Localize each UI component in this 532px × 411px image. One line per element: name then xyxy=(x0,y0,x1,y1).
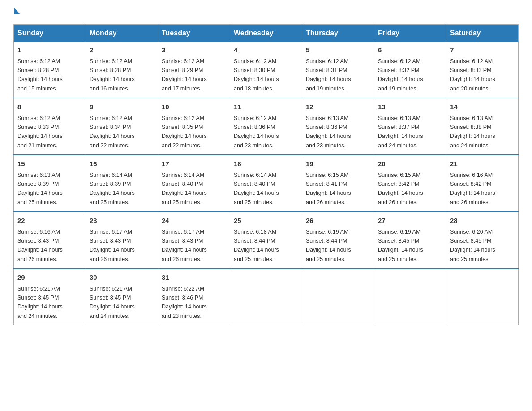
week-row-4: 22 Sunrise: 6:16 AMSunset: 8:43 PMDaylig… xyxy=(14,212,519,269)
calendar-cell: 9 Sunrise: 6:12 AMSunset: 8:34 PMDayligh… xyxy=(86,98,158,155)
calendar-cell: 31 Sunrise: 6:22 AMSunset: 8:46 PMDaylig… xyxy=(158,269,230,325)
calendar-cell: 6 Sunrise: 6:12 AMSunset: 8:32 PMDayligh… xyxy=(374,42,446,98)
day-info: Sunrise: 6:12 AMSunset: 8:30 PMDaylight:… xyxy=(234,58,279,92)
day-number: 23 xyxy=(90,216,154,226)
day-info: Sunrise: 6:12 AMSunset: 8:28 PMDaylight:… xyxy=(90,58,135,92)
day-info: Sunrise: 6:12 AMSunset: 8:29 PMDaylight:… xyxy=(162,58,207,92)
day-info: Sunrise: 6:12 AMSunset: 8:33 PMDaylight:… xyxy=(17,115,63,149)
day-info: Sunrise: 6:12 AMSunset: 8:36 PMDaylight:… xyxy=(234,115,279,149)
day-number: 31 xyxy=(162,273,226,283)
day-number: 3 xyxy=(162,45,226,56)
day-info: Sunrise: 6:15 AMSunset: 8:42 PMDaylight:… xyxy=(378,172,423,206)
day-info: Sunrise: 6:14 AMSunset: 8:40 PMDaylight:… xyxy=(234,172,279,206)
day-number: 26 xyxy=(306,216,370,226)
day-number: 18 xyxy=(234,159,298,169)
day-info: Sunrise: 6:12 AMSunset: 8:33 PMDaylight:… xyxy=(450,58,495,92)
day-info: Sunrise: 6:14 AMSunset: 8:39 PMDaylight:… xyxy=(90,172,135,206)
calendar-cell xyxy=(374,269,446,325)
day-info: Sunrise: 6:13 AMSunset: 8:36 PMDaylight:… xyxy=(306,115,351,149)
header-day-wednesday: Wednesday xyxy=(230,25,302,42)
day-info: Sunrise: 6:13 AMSunset: 8:38 PMDaylight:… xyxy=(450,115,495,149)
logo-arrow-icon xyxy=(14,7,20,14)
header-day-sunday: Sunday xyxy=(14,25,86,42)
calendar-cell: 21 Sunrise: 6:16 AMSunset: 8:42 PMDaylig… xyxy=(446,155,519,212)
day-number: 11 xyxy=(234,102,298,112)
calendar-cell xyxy=(302,269,374,325)
header-day-thursday: Thursday xyxy=(302,25,374,42)
page-header xyxy=(13,9,519,16)
calendar-cell: 25 Sunrise: 6:18 AMSunset: 8:44 PMDaylig… xyxy=(230,212,302,269)
calendar-table: SundayMondayTuesdayWednesdayThursdayFrid… xyxy=(13,24,519,325)
day-info: Sunrise: 6:13 AMSunset: 8:37 PMDaylight:… xyxy=(378,115,423,149)
calendar-cell: 10 Sunrise: 6:12 AMSunset: 8:35 PMDaylig… xyxy=(158,98,230,155)
day-number: 27 xyxy=(378,216,442,226)
day-number: 7 xyxy=(450,45,515,56)
day-number: 10 xyxy=(162,102,226,112)
day-info: Sunrise: 6:12 AMSunset: 8:31 PMDaylight:… xyxy=(306,58,351,92)
day-number: 1 xyxy=(17,45,82,56)
day-number: 12 xyxy=(306,102,370,112)
header-day-friday: Friday xyxy=(374,25,446,42)
day-number: 6 xyxy=(378,45,442,56)
day-number: 24 xyxy=(162,216,226,226)
calendar-cell: 15 Sunrise: 6:13 AMSunset: 8:39 PMDaylig… xyxy=(14,155,86,212)
day-number: 13 xyxy=(378,102,442,112)
day-info: Sunrise: 6:21 AMSunset: 8:45 PMDaylight:… xyxy=(90,286,135,319)
calendar-cell: 27 Sunrise: 6:19 AMSunset: 8:45 PMDaylig… xyxy=(374,212,446,269)
week-row-5: 29 Sunrise: 6:21 AMSunset: 8:45 PMDaylig… xyxy=(14,269,519,325)
week-row-3: 15 Sunrise: 6:13 AMSunset: 8:39 PMDaylig… xyxy=(14,155,519,212)
day-number: 30 xyxy=(90,273,154,283)
calendar-cell: 7 Sunrise: 6:12 AMSunset: 8:33 PMDayligh… xyxy=(446,42,519,98)
day-number: 28 xyxy=(450,216,515,226)
calendar-cell: 13 Sunrise: 6:13 AMSunset: 8:37 PMDaylig… xyxy=(374,98,446,155)
day-info: Sunrise: 6:16 AMSunset: 8:42 PMDaylight:… xyxy=(450,172,495,206)
day-number: 4 xyxy=(234,45,298,56)
day-number: 25 xyxy=(234,216,298,226)
header-day-saturday: Saturday xyxy=(446,25,519,42)
day-number: 19 xyxy=(306,159,370,169)
calendar-cell: 3 Sunrise: 6:12 AMSunset: 8:29 PMDayligh… xyxy=(158,42,230,98)
day-info: Sunrise: 6:20 AMSunset: 8:45 PMDaylight:… xyxy=(450,229,495,262)
calendar-cell: 23 Sunrise: 6:17 AMSunset: 8:43 PMDaylig… xyxy=(86,212,158,269)
calendar-cell: 22 Sunrise: 6:16 AMSunset: 8:43 PMDaylig… xyxy=(14,212,86,269)
day-number: 9 xyxy=(90,102,154,112)
day-info: Sunrise: 6:12 AMSunset: 8:35 PMDaylight:… xyxy=(162,115,207,149)
day-number: 15 xyxy=(17,159,82,169)
calendar-cell: 1 Sunrise: 6:12 AMSunset: 8:28 PMDayligh… xyxy=(14,42,86,98)
day-info: Sunrise: 6:18 AMSunset: 8:44 PMDaylight:… xyxy=(234,229,279,262)
calendar-cell: 28 Sunrise: 6:20 AMSunset: 8:45 PMDaylig… xyxy=(446,212,519,269)
calendar-cell: 26 Sunrise: 6:19 AMSunset: 8:44 PMDaylig… xyxy=(302,212,374,269)
header-day-tuesday: Tuesday xyxy=(158,25,230,42)
calendar-cell: 29 Sunrise: 6:21 AMSunset: 8:45 PMDaylig… xyxy=(14,269,86,325)
calendar-cell: 4 Sunrise: 6:12 AMSunset: 8:30 PMDayligh… xyxy=(230,42,302,98)
day-info: Sunrise: 6:15 AMSunset: 8:41 PMDaylight:… xyxy=(306,172,351,206)
day-number: 5 xyxy=(306,45,370,56)
calendar-cell: 16 Sunrise: 6:14 AMSunset: 8:39 PMDaylig… xyxy=(86,155,158,212)
calendar-cell: 11 Sunrise: 6:12 AMSunset: 8:36 PMDaylig… xyxy=(230,98,302,155)
day-number: 8 xyxy=(17,102,82,112)
calendar-cell: 24 Sunrise: 6:17 AMSunset: 8:43 PMDaylig… xyxy=(158,212,230,269)
day-info: Sunrise: 6:19 AMSunset: 8:44 PMDaylight:… xyxy=(306,229,351,262)
day-info: Sunrise: 6:12 AMSunset: 8:28 PMDaylight:… xyxy=(17,58,63,92)
calendar-cell: 17 Sunrise: 6:14 AMSunset: 8:40 PMDaylig… xyxy=(158,155,230,212)
calendar-cell: 8 Sunrise: 6:12 AMSunset: 8:33 PMDayligh… xyxy=(14,98,86,155)
calendar-cell: 30 Sunrise: 6:21 AMSunset: 8:45 PMDaylig… xyxy=(86,269,158,325)
day-info: Sunrise: 6:12 AMSunset: 8:32 PMDaylight:… xyxy=(378,58,423,92)
calendar-cell xyxy=(446,269,519,325)
day-number: 2 xyxy=(90,45,154,56)
calendar-cell xyxy=(230,269,302,325)
calendar-cell: 12 Sunrise: 6:13 AMSunset: 8:36 PMDaylig… xyxy=(302,98,374,155)
week-row-2: 8 Sunrise: 6:12 AMSunset: 8:33 PMDayligh… xyxy=(14,98,519,155)
day-info: Sunrise: 6:19 AMSunset: 8:45 PMDaylight:… xyxy=(378,229,423,262)
day-number: 14 xyxy=(450,102,515,112)
day-number: 20 xyxy=(378,159,442,169)
day-number: 17 xyxy=(162,159,226,169)
day-info: Sunrise: 6:21 AMSunset: 8:45 PMDaylight:… xyxy=(17,286,63,319)
calendar-cell: 5 Sunrise: 6:12 AMSunset: 8:31 PMDayligh… xyxy=(302,42,374,98)
calendar-cell: 2 Sunrise: 6:12 AMSunset: 8:28 PMDayligh… xyxy=(86,42,158,98)
header-row: SundayMondayTuesdayWednesdayThursdayFrid… xyxy=(14,25,519,42)
day-number: 22 xyxy=(17,216,82,226)
header-day-monday: Monday xyxy=(86,25,158,42)
day-number: 21 xyxy=(450,159,515,169)
logo xyxy=(13,9,20,16)
